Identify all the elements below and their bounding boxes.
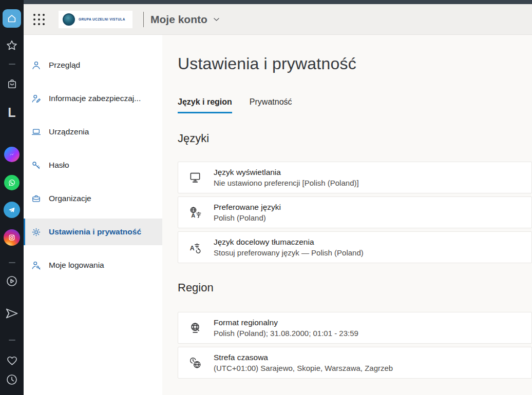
instagram-icon[interactable] (0, 229, 24, 246)
briefcase-icon (31, 193, 42, 204)
svg-text:A: A (190, 245, 195, 252)
region-card-list: Format regionalny Polish (Poland); 31.08… (178, 312, 532, 379)
sidebar-item-urzadzenia[interactable]: Urządzenia (24, 118, 162, 145)
clock-icon[interactable] (0, 372, 24, 387)
screen: L GRUP (0, 0, 532, 395)
star-icon[interactable] (0, 38, 24, 53)
main-content: Ustawienia i prywatność Język i region P… (162, 35, 532, 395)
person-icon (31, 60, 42, 71)
telegram-icon[interactable] (0, 202, 24, 218)
card-subtitle: Polish (Poland) (214, 213, 281, 222)
org-logo[interactable]: GRUPA UCZELNI VISTULA (59, 11, 132, 28)
languages-card-list: Język wyświetlania Nie ustawiono prefere… (178, 162, 532, 263)
dock-divider (0, 64, 24, 65)
org-name: GRUPA UCZELNI VISTULA (79, 17, 125, 21)
sidebar-item-label: Przegląd (49, 61, 80, 70)
send-icon[interactable] (0, 305, 24, 322)
sidebar-item-informacje-zabezpieczajace[interactable]: Informacje zabezpieczaj... (24, 85, 162, 112)
card-title: Język docelowy tłumaczenia (214, 238, 364, 247)
laptop-icon (31, 127, 42, 137)
card-title: Język wyświetlania (214, 168, 359, 177)
card-format-regionalny[interactable]: Format regionalny Polish (Poland); 31.08… (178, 312, 532, 344)
card-title: Format regionalny (214, 318, 358, 327)
dock-divider (0, 340, 24, 341)
person-edit-icon (31, 93, 42, 104)
org-emblem-icon (63, 13, 75, 26)
globe-icon (188, 321, 202, 335)
bag-icon[interactable] (0, 76, 24, 91)
sidebar-item-label: Ustawienia i prywatność (49, 227, 141, 236)
timezone-icon (188, 356, 202, 370)
page-title: Ustawienia i prywatność (178, 54, 532, 73)
card-subtitle: (UTC+01:00) Sarajewo, Skopie, Warszawa, … (214, 364, 393, 372)
card-subtitle: Polish (Poland); 31.08.2000; 01:01 - 23:… (214, 329, 358, 338)
sidebar-item-ustawienia-i-prywatnosc[interactable]: Ustawienia i prywatność (24, 219, 162, 245)
person-key-icon (31, 260, 42, 271)
sidebar-item-label: Hasło (49, 161, 69, 170)
section-heading-jezyki: Języki (178, 132, 532, 145)
card-preferowane-jezyki[interactable]: A Preferowane języki Polish (Poland) (178, 196, 532, 228)
whatsapp-icon[interactable] (0, 175, 24, 190)
topbar-divider (143, 12, 144, 27)
card-title: Preferowane języki (214, 203, 281, 212)
account-sidebar: Przegląd Informacje zabezpieczaj... Urzą… (24, 35, 162, 395)
translate-icon: A (188, 205, 202, 220)
section-heading-region: Region (178, 281, 532, 294)
tab-jezyk-i-region[interactable]: Język i region (178, 97, 232, 113)
gear-icon (31, 227, 42, 238)
card-jezyk-docelowy-tlumaczenia[interactable]: A Język docelowy tłumaczenia Stosuj pref… (178, 231, 532, 263)
sidebar-item-label: Organizacje (49, 194, 91, 203)
monitor-icon (188, 170, 202, 185)
tab-prywatnosc[interactable]: Prywatność (250, 97, 292, 113)
sidebar-item-organizacje[interactable]: Organizacje (24, 185, 162, 212)
account-menu-label: Moje konto (150, 13, 207, 26)
sidebar-item-label: Informacje zabezpieczaj... (49, 94, 141, 103)
play-circle-icon[interactable] (0, 273, 24, 289)
key-icon (31, 160, 42, 171)
account-menu-button[interactable]: Moje konto (150, 13, 221, 26)
workspace-letter[interactable]: L (0, 104, 24, 121)
topbar: GRUPA UCZELNI VISTULA Moje konto (24, 4, 532, 35)
card-title: Strefa czasowa (214, 353, 393, 362)
sidebar-item-przeglad[interactable]: Przegląd (24, 52, 162, 78)
sidebar-item-moje-logowania[interactable]: Moje logowania (24, 252, 162, 279)
window-top-strip (24, 0, 532, 4)
sidebar-item-haslo[interactable]: Hasło (24, 152, 162, 179)
tab-bar: Język i region Prywatność (178, 97, 532, 113)
card-subtitle: Nie ustawiono preferencji [Polish (Polan… (214, 179, 359, 187)
messenger-icon[interactable] (0, 147, 24, 162)
translate-target-icon: A (188, 240, 202, 254)
browser-dock: L (0, 0, 24, 395)
heart-icon[interactable] (0, 352, 24, 368)
card-jezyk-wyswietlania[interactable]: Język wyświetlania Nie ustawiono prefere… (178, 162, 532, 193)
home-icon[interactable] (3, 9, 21, 28)
svg-text:A: A (191, 212, 195, 219)
app-launcher-button[interactable] (33, 14, 45, 25)
chevron-down-icon (212, 15, 221, 24)
dock-divider (0, 262, 24, 263)
sidebar-item-label: Urządzenia (49, 127, 89, 136)
sidebar-item-label: Moje logowania (49, 261, 104, 270)
card-strefa-czasowa[interactable]: Strefa czasowa (UTC+01:00) Sarajewo, Sko… (178, 347, 532, 379)
card-subtitle: Stosuj preferowany język — Polish (Polan… (214, 248, 364, 257)
